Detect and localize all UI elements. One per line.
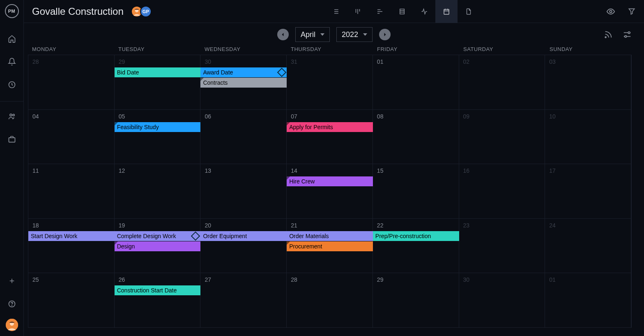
day-cell[interactable]: 13 (200, 164, 287, 218)
day-cell[interactable]: 23 (459, 219, 545, 273)
month-picker[interactable]: April (295, 27, 330, 42)
svg-point-14 (625, 35, 627, 37)
day-cell[interactable]: 24 (545, 219, 631, 273)
calendar-event[interactable]: Award Date (200, 67, 287, 77)
day-cell[interactable]: 04 (28, 110, 115, 164)
day-number: 28 (32, 58, 39, 65)
year-picker[interactable]: 2022 (336, 27, 373, 42)
event-fold-icon (287, 176, 290, 180)
notifications-icon[interactable] (4, 53, 20, 70)
calendar-event[interactable]: Procurement (287, 241, 373, 251)
day-cell[interactable]: 22 (373, 219, 459, 273)
day-cell[interactable]: 16 (459, 164, 545, 218)
calendar-event[interactable]: Design (115, 241, 201, 251)
day-number: 21 (291, 222, 297, 229)
day-number: 03 (549, 58, 556, 65)
day-cell[interactable]: 17 (545, 164, 631, 218)
day-cell[interactable]: 30 (459, 273, 545, 327)
calendar-event[interactable]: Hire Crew (287, 176, 373, 186)
day-number: 14 (291, 167, 297, 174)
day-cell[interactable]: 10 (545, 110, 631, 164)
member-badges[interactable]: GP (131, 6, 152, 17)
next-month-button[interactable] (379, 29, 391, 40)
add-icon[interactable] (4, 273, 20, 289)
day-number: 31 (291, 58, 297, 65)
day-cell[interactable]: 27 (200, 273, 287, 327)
day-number: 01 (377, 58, 384, 65)
day-cell[interactable]: 29 (115, 55, 201, 109)
settings-sliders-icon[interactable] (623, 30, 632, 39)
day-cell[interactable]: 28 (28, 55, 115, 109)
day-cell[interactable]: 02 (459, 55, 545, 109)
day-cell[interactable]: 28 (287, 273, 373, 327)
svg-rect-3 (9, 138, 15, 142)
view-calendar-icon[interactable] (435, 0, 458, 23)
day-number: 07 (291, 113, 297, 120)
week-row: 18192021222324Start Design WorkComplete … (28, 219, 631, 273)
day-number: 23 (463, 222, 470, 229)
filter-icon[interactable] (628, 7, 636, 16)
day-cell[interactable]: 06 (200, 110, 287, 164)
view-sheet-icon[interactable] (391, 0, 413, 23)
day-cell[interactable]: 31 (287, 55, 373, 109)
recent-icon[interactable] (4, 76, 20, 93)
team-icon[interactable] (4, 108, 20, 125)
view-list-icon[interactable] (324, 0, 347, 23)
day-cell[interactable]: 01 (373, 55, 459, 109)
day-number: 11 (32, 167, 39, 174)
app-logo[interactable]: PM (5, 4, 19, 18)
view-file-icon[interactable] (458, 0, 480, 23)
svg-point-2 (13, 114, 14, 116)
view-tabs (324, 0, 480, 23)
chevron-down-icon (363, 33, 367, 36)
visibility-icon[interactable] (606, 7, 615, 16)
calendar-event[interactable]: Construction Start Date (115, 285, 201, 295)
calendar-event[interactable]: Start Design Work (28, 231, 115, 241)
calendar-event[interactable]: Apply for Permits (287, 122, 373, 132)
day-cell[interactable]: 05 (115, 110, 201, 164)
day-cell[interactable]: 12 (115, 164, 201, 218)
svg-point-1 (10, 114, 12, 116)
day-number: 25 (32, 276, 39, 283)
week-row: 11121314151617Hire Crew (28, 164, 631, 219)
day-number: 13 (205, 167, 211, 174)
event-fold-icon (200, 78, 204, 81)
day-number: 15 (377, 167, 384, 174)
day-cell[interactable]: 29 (373, 273, 459, 327)
day-cell[interactable]: 26 (115, 273, 201, 327)
view-board-icon[interactable] (347, 0, 369, 23)
feed-icon[interactable] (604, 30, 613, 39)
view-gantt-icon[interactable] (369, 0, 391, 23)
calendar-event[interactable]: Feasibility Study (115, 122, 201, 132)
dow-cell: THURSDAY (287, 46, 373, 52)
day-cell[interactable]: 08 (373, 110, 459, 164)
view-activity-icon[interactable] (413, 0, 435, 23)
day-cell[interactable]: 25 (28, 273, 115, 327)
day-cell[interactable]: 14 (287, 164, 373, 218)
left-sidebar: PM (0, 0, 24, 336)
calendar-event[interactable]: Contracts (200, 78, 287, 88)
day-cell[interactable]: 07 (287, 110, 373, 164)
day-cell[interactable]: 11 (28, 164, 115, 218)
portfolio-icon[interactable] (4, 131, 20, 148)
day-cell[interactable]: 15 (373, 164, 459, 218)
help-icon[interactable] (4, 296, 20, 312)
dow-cell: FRIDAY (373, 46, 459, 52)
day-number: 02 (463, 58, 470, 65)
calendar-event[interactable]: Order Materials (287, 231, 373, 241)
dow-cell: WEDNESDAY (200, 46, 287, 52)
calendar-event[interactable]: Complete Design Work (115, 231, 201, 241)
calendar-event[interactable]: Bid Date (115, 67, 201, 77)
calendar-event[interactable]: Prep/Pre-construction (373, 231, 459, 241)
member-badge[interactable]: GP (140, 6, 152, 17)
day-cell[interactable]: 03 (545, 55, 631, 109)
day-cell[interactable]: 09 (459, 110, 545, 164)
main-area: Govalle Construction GP (24, 0, 644, 336)
calendar-event[interactable]: Order Equipment (200, 231, 287, 241)
home-icon[interactable] (4, 30, 20, 47)
day-cell[interactable]: 20 (200, 219, 287, 273)
day-cell[interactable]: 01 (545, 273, 631, 327)
prev-month-button[interactable] (277, 29, 289, 40)
day-cell[interactable]: 18 (28, 219, 115, 273)
current-user-avatar[interactable] (6, 319, 18, 331)
